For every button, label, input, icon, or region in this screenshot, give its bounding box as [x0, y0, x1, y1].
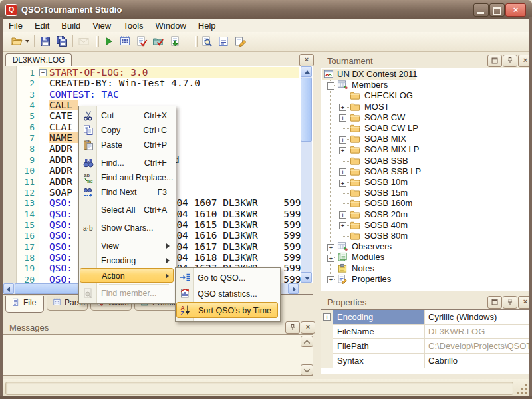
expand-icon[interactable]: +	[339, 136, 346, 144]
expand-icon[interactable]: +	[327, 244, 334, 251]
folder-icon	[350, 90, 360, 100]
copy-icon	[82, 124, 94, 136]
tree-item-most[interactable]: MOST	[364, 102, 390, 112]
tree-item-sosb-10m[interactable]: SOSB 10m	[364, 177, 408, 188]
expand-icon[interactable]: +	[339, 147, 346, 154]
menubar-item-window[interactable]: Window	[150, 19, 192, 33]
scroll-up-button[interactable]	[301, 66, 312, 77]
tree-item-sosb-40m[interactable]: SOSB 40m	[364, 220, 408, 231]
messages-scroll-down[interactable]	[301, 364, 313, 376]
editor-tab[interactable]: DL3KWR.LOG	[5, 53, 72, 67]
close-button[interactable]: ×	[505, 3, 526, 17]
menu-item-paste[interactable]: PasteCtrl+P	[80, 138, 174, 152]
menu-item-find-and-replace[interactable]: abacFind and Replace...	[80, 170, 174, 185]
menubar-item-view[interactable]: View	[86, 19, 117, 33]
menu-item-show-chars[interactable]: a·bShow Chars...	[80, 221, 174, 235]
page-import-button[interactable]	[167, 33, 184, 49]
tree-item-properties[interactable]: Properties	[352, 274, 391, 285]
scroll-left-button[interactable]	[3, 283, 14, 294]
resize-grip[interactable]	[517, 384, 519, 386]
menu-item-encoding[interactable]: Encoding	[80, 253, 174, 268]
property-name-filepath[interactable]: FilePath	[332, 339, 424, 354]
messages-pin-button[interactable]	[285, 321, 300, 334]
menu-item-select-all[interactable]: Select AllCtrl+A	[80, 203, 174, 217]
menu-item-find[interactable]: Find...Ctrl+F	[80, 156, 174, 170]
expand-icon[interactable]: +	[339, 211, 346, 219]
messages-close-button[interactable]: ×	[301, 321, 315, 334]
tournament-pin-button[interactable]	[503, 55, 517, 67]
dropdown-caret-icon[interactable]	[25, 40, 29, 43]
expand-icon[interactable]: +	[327, 255, 334, 262]
expand-icon[interactable]: +	[339, 180, 346, 187]
open-folder-button[interactable]	[9, 33, 25, 49]
tree-item-sosb-160m[interactable]: SOSB 160m	[364, 198, 412, 209]
mail-button[interactable]	[76, 33, 92, 49]
tree-item-un-dx-contest-2011[interactable]: UN DX Contest 2011	[337, 69, 417, 80]
run-button[interactable]	[100, 33, 117, 49]
parse-grid-button[interactable]	[117, 33, 134, 49]
menubar-item-tools[interactable]: Tools	[117, 19, 149, 33]
minimize-button[interactable]	[473, 3, 489, 17]
tree-item-members[interactable]: Members	[352, 80, 388, 90]
property-value-filepath[interactable]: C:\Develop\Projects\QSOT....	[424, 339, 529, 354]
tree-item-checklog[interactable]: CHECKLOG	[364, 90, 413, 101]
edit-report-button[interactable]	[232, 33, 249, 49]
view-report-button[interactable]	[215, 33, 232, 49]
menu-item-view[interactable]: View	[80, 239, 174, 253]
editor-close-button[interactable]: ×	[299, 54, 314, 66]
tree-item-soab-mix[interactable]: SOAB MIX	[364, 134, 406, 144]
menu-item-qso-statistics[interactable]: QSO statistics...	[176, 286, 278, 302]
expand-icon[interactable]: +	[339, 222, 346, 229]
properties-maximize-button[interactable]	[487, 296, 502, 309]
tab-file[interactable]: File	[5, 296, 44, 313]
menu-item-action[interactable]: Action	[80, 268, 174, 283]
tree-item-sosb-20m[interactable]: SOSB 20m	[364, 209, 408, 220]
property-value-syntax[interactable]: Cabrillo	[424, 354, 529, 368]
save-all-icon	[56, 38, 68, 49]
maximize-button[interactable]	[489, 3, 505, 17]
tree-item-soab-mix-lp[interactable]: SOAB MIX LP	[364, 144, 419, 155]
property-name-encoding[interactable]: Encoding	[332, 310, 424, 325]
messages-scroll-up[interactable]	[301, 336, 313, 347]
scroll-right-button[interactable]	[288, 283, 299, 294]
tree-item-soab-cw[interactable]: SOAB CW	[364, 112, 405, 123]
menu-item-cut[interactable]: CutCtrl+X	[80, 108, 174, 123]
menu-item-copy[interactable]: CopyCtrl+C	[80, 123, 174, 138]
fold-collapse-icon[interactable]: −	[39, 69, 47, 76]
menubar-item-build[interactable]: Build	[55, 19, 86, 33]
collapse-icon[interactable]: −	[327, 82, 334, 90]
menubar-item-help[interactable]: Help	[192, 19, 222, 33]
tree-item-modules[interactable]: Modules	[352, 252, 384, 263]
menu-item-sort-qso-s-by-time[interactable]: AZSort QSO's by Time	[176, 302, 278, 318]
folder-check-button[interactable]	[150, 33, 167, 49]
properties-pin-button[interactable]	[503, 296, 517, 309]
tree-item-sosb-80m[interactable]: SOSB 80m	[364, 231, 408, 241]
tree-item-sosb-15m[interactable]: SOSB 15m	[364, 188, 408, 198]
tree-item-soab-cw-lp[interactable]: SOAB CW LP	[364, 123, 418, 134]
find-in-files-button[interactable]	[199, 33, 215, 49]
expand-icon[interactable]: +	[327, 276, 334, 283]
menubar-item-file[interactable]: File	[3, 19, 29, 33]
page-check-button[interactable]	[134, 33, 150, 49]
property-name-syntax[interactable]: Syntax	[332, 354, 424, 368]
save-all-button[interactable]	[54, 33, 70, 49]
menu-item-go-to-qso[interactable]: Go to QSO...	[176, 270, 278, 286]
expand-icon[interactable]: +	[339, 104, 346, 111]
tree-item-soab-ssb[interactable]: SOAB SSB	[364, 156, 408, 166]
menu-item-find-next[interactable]: Find NextF3	[80, 185, 174, 200]
tree-item-observers[interactable]: Observers	[352, 241, 392, 252]
tournament-maximize-button[interactable]	[487, 55, 502, 67]
expand-icon[interactable]: +	[323, 313, 331, 321]
property-name-filename[interactable]: FileName	[332, 325, 424, 339]
vscroll-thumb[interactable]	[301, 78, 312, 142]
expand-icon[interactable]: +	[339, 114, 346, 122]
property-value-filename[interactable]: DL3KWR.LOG	[424, 325, 529, 339]
scroll-down-button[interactable]	[301, 272, 312, 283]
menubar-item-edit[interactable]: Edit	[29, 19, 55, 33]
property-value-encoding[interactable]: Cyrillic (Windows)	[424, 310, 529, 325]
tree-item-notes[interactable]: Notes	[352, 263, 374, 274]
save-button[interactable]	[37, 33, 54, 49]
line-number: 2	[16, 78, 35, 88]
expand-icon[interactable]: +	[339, 168, 346, 176]
tree-item-soab-ssb-lp[interactable]: SOAB SSB LP	[364, 166, 421, 177]
